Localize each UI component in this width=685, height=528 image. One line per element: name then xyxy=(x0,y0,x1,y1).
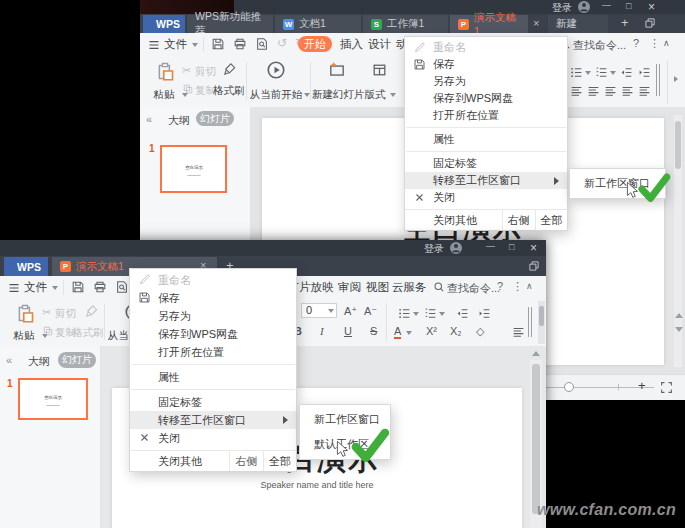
fit-slide-icon[interactable] xyxy=(660,381,673,394)
expand-group-icon[interactable] xyxy=(674,76,678,82)
hamburger-icon[interactable] xyxy=(148,39,160,51)
menu-item-open-location[interactable]: 打开所在位置 xyxy=(130,343,296,361)
close-button[interactable]: × xyxy=(530,241,537,255)
menu-item-close[interactable]: 关闭 xyxy=(405,189,567,206)
paste-icon[interactable] xyxy=(155,60,175,82)
menu-item-close[interactable]: 关闭 xyxy=(130,429,296,447)
italic-button[interactable]: I xyxy=(320,325,324,337)
chevron-down-icon[interactable] xyxy=(52,286,58,290)
file-menu[interactable]: 文件 xyxy=(24,280,47,295)
menu-item-move-to-workspace[interactable]: 转移至工作区窗口 xyxy=(130,411,296,429)
ribbon-tab-cloud[interactable]: 云服务 xyxy=(392,280,427,295)
bullet-list-icon[interactable] xyxy=(398,307,411,320)
menu-item-close-all[interactable]: 全部 xyxy=(535,210,567,230)
layout-icon[interactable] xyxy=(371,61,388,79)
ribbon-tab-insert[interactable]: 插入 xyxy=(340,37,363,52)
save-icon[interactable] xyxy=(211,37,225,51)
menu-item-save-to-cloud[interactable]: 保存到WPS网盘 xyxy=(130,325,296,343)
wps-home-tab[interactable]: WPS xyxy=(143,15,185,33)
maximize-button[interactable]: □ xyxy=(509,242,514,252)
align-left-icon[interactable] xyxy=(512,326,525,339)
scroll-up-icon[interactable] xyxy=(532,351,540,356)
subscript-button[interactable]: X₂ xyxy=(450,325,462,337)
play-from-current-icon[interactable] xyxy=(266,60,286,80)
superscript-button[interactable]: X² xyxy=(426,325,437,337)
new-slide-icon[interactable] xyxy=(328,61,346,79)
login-button[interactable]: 登录 xyxy=(552,1,572,15)
menu-item-close-right[interactable]: 右侧 xyxy=(502,210,534,230)
cut-button[interactable]: 剪切 xyxy=(55,307,76,321)
align-justify-icon[interactable] xyxy=(621,85,634,98)
new-slide-button[interactable]: 新建幻灯片 xyxy=(312,88,362,102)
close-button[interactable]: × xyxy=(648,0,655,14)
ribbon-tab-design[interactable]: 设计 xyxy=(368,37,391,52)
format-painter-button[interactable]: 格式刷 xyxy=(72,326,104,340)
menu-item-rename[interactable]: 重命名 xyxy=(405,39,567,56)
panel-scrollbar[interactable] xyxy=(538,301,545,344)
print-icon[interactable] xyxy=(93,280,107,294)
slide-thumbnail[interactable]: 空白演示 xyxy=(160,145,227,193)
zoom-slider-track[interactable] xyxy=(532,387,654,388)
menu-item-close-others[interactable]: 关闭其他 xyxy=(130,451,229,471)
more-menu-icon[interactable]: ⋮ xyxy=(649,37,660,50)
slides-tab[interactable]: 幻灯片 xyxy=(58,352,96,368)
tab-document1[interactable]: W 文档1 xyxy=(275,15,361,33)
paste-icon[interactable] xyxy=(15,302,35,324)
copy-icon[interactable] xyxy=(42,325,54,337)
increase-indent-icon[interactable] xyxy=(638,66,651,79)
clear-format-button[interactable]: ◇ xyxy=(476,325,484,338)
tab-new[interactable]: 新建 xyxy=(548,15,608,33)
next-slide-icon[interactable] xyxy=(675,327,683,332)
menu-item-rename[interactable]: 重命名 xyxy=(130,271,296,289)
cut-button[interactable]: 剪切 xyxy=(195,65,216,79)
menu-item-save-as[interactable]: 另存为 xyxy=(405,73,567,90)
save-icon[interactable] xyxy=(71,280,85,294)
menu-item-save[interactable]: 保存 xyxy=(130,289,296,307)
bullet-list-icon[interactable] xyxy=(570,66,583,79)
format-painter-icon[interactable] xyxy=(222,62,237,77)
menu-item-close-right[interactable]: 右侧 xyxy=(229,451,262,471)
menu-item-open-location[interactable]: 打开所在位置 xyxy=(405,107,567,124)
align-center-icon[interactable] xyxy=(587,85,600,98)
align-left-icon[interactable] xyxy=(570,85,583,98)
decrease-indent-icon[interactable] xyxy=(620,66,633,79)
menu-item-close-others[interactable]: 关闭其他 xyxy=(405,210,502,230)
zoom-in-button[interactable]: + xyxy=(638,378,646,393)
help-icon[interactable]: ? xyxy=(633,37,639,49)
find-command[interactable]: 查找命令... xyxy=(447,281,500,296)
avatar[interactable] xyxy=(450,242,462,254)
decrease-indent-icon[interactable] xyxy=(456,307,469,320)
previous-slide-icon[interactable] xyxy=(675,313,683,318)
collapse-ribbon-icon[interactable]: ∧ xyxy=(663,38,670,48)
font-color-button[interactable]: A xyxy=(394,325,401,339)
tab-overview-icon[interactable] xyxy=(528,260,540,272)
shrink-font-button[interactable]: A⁻ xyxy=(364,305,377,318)
zoom-slider-handle[interactable] xyxy=(564,382,574,392)
strikethrough-button[interactable]: S xyxy=(370,325,377,337)
cut-icon[interactable]: ✂ xyxy=(42,306,51,319)
underline-button[interactable]: U xyxy=(344,325,352,337)
layout-button[interactable]: 版式 xyxy=(362,88,388,102)
format-painter-icon[interactable] xyxy=(84,304,99,319)
numbered-list-icon[interactable] xyxy=(424,307,437,320)
menu-item-properties[interactable]: 属性 xyxy=(405,131,567,148)
copy-icon[interactable] xyxy=(182,83,194,95)
menu-item-pin-tab[interactable]: 固定标签 xyxy=(405,155,567,172)
menu-item-pin-tab[interactable]: 固定标签 xyxy=(130,393,296,411)
align-right-icon[interactable] xyxy=(604,85,617,98)
tab-workbook1[interactable]: S 工作簿1 xyxy=(363,15,448,33)
more-menu-icon[interactable]: ⋮ xyxy=(512,280,523,293)
file-menu[interactable]: 文件 xyxy=(164,37,187,52)
outline-tab[interactable]: 大纲 xyxy=(28,354,50,369)
minimize-button[interactable]: — xyxy=(602,0,611,10)
slide-subtitle-text[interactable]: Speaker name and title here xyxy=(112,480,522,490)
menu-item-save-to-cloud[interactable]: 保存到WPS网盘 xyxy=(405,90,567,107)
hamburger-icon[interactable] xyxy=(8,282,20,294)
cut-icon[interactable]: ✂ xyxy=(182,64,191,77)
tab-presentation1[interactable]: P 演示文稿1 xyxy=(450,15,528,33)
login-button[interactable]: 登录 xyxy=(424,242,444,256)
slide-thumbnail[interactable]: 空白演示 xyxy=(18,378,88,420)
paste-button[interactable]: 粘贴 xyxy=(146,88,182,102)
numbered-list-icon[interactable] xyxy=(595,66,608,79)
ribbon-tab-view[interactable]: 视图 xyxy=(366,280,389,295)
